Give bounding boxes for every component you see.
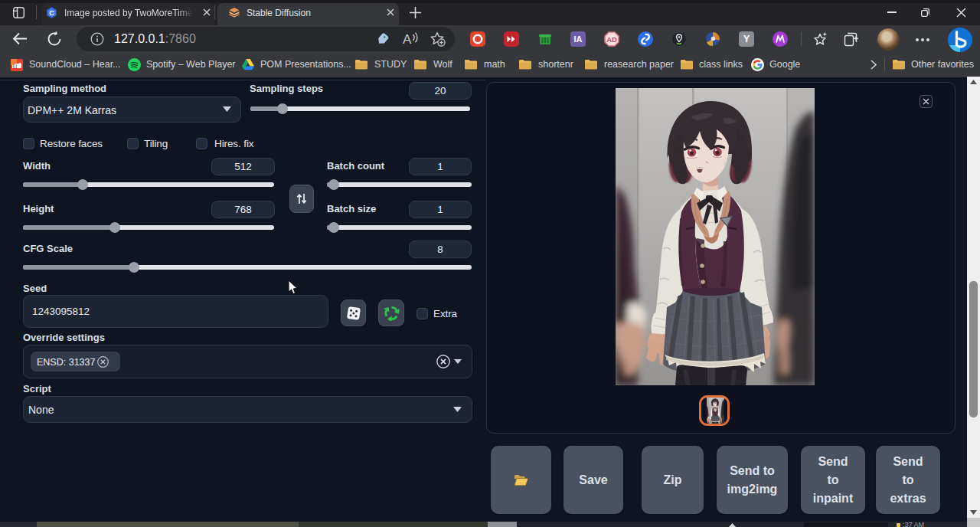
- svg-text:A: A: [403, 32, 412, 47]
- svg-text:C: C: [49, 9, 54, 17]
- svg-text:AD: AD: [606, 35, 617, 44]
